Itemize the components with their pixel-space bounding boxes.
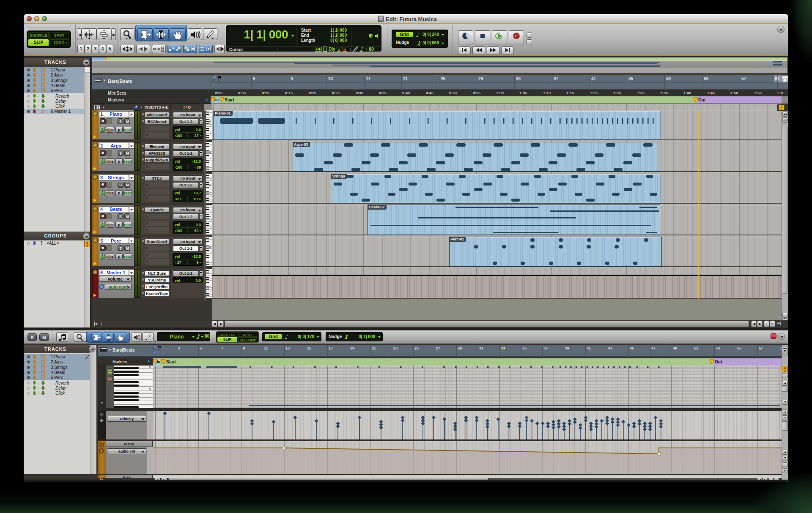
svg-text:Σ: Σ bbox=[41, 109, 44, 114]
svg-text:P: P bbox=[515, 34, 518, 38]
